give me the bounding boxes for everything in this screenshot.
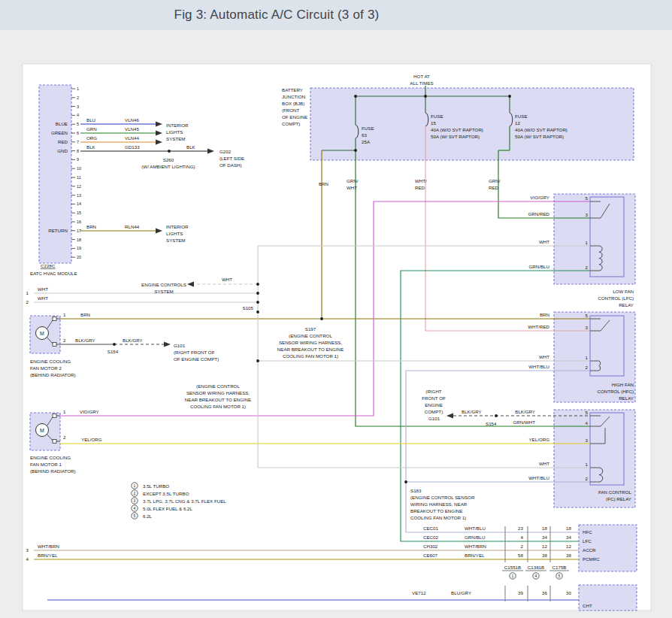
diagram-label: (BEHIND RADIATOR) xyxy=(30,372,76,377)
diagram-label: 1 xyxy=(63,312,66,317)
diagram-label: 18 xyxy=(566,526,571,531)
diagram-label: 58 xyxy=(518,553,523,558)
diagram-label: RELAY xyxy=(619,302,634,307)
diagram-label: S105 xyxy=(243,305,254,311)
pin-number: 5 xyxy=(77,122,79,126)
pin-number: 10 xyxy=(77,166,81,171)
splice-dot xyxy=(256,301,259,304)
fc-relay-inner xyxy=(590,413,624,485)
diagram-label: M xyxy=(40,331,44,336)
diagram-label: COOLING FAN MOTOR 1) xyxy=(410,515,466,520)
diagram-label: GREEN xyxy=(51,130,68,135)
diagram-label: VLN45 xyxy=(125,126,139,132)
diagram-label: 38 xyxy=(542,553,547,558)
pin-number: 19 xyxy=(77,246,81,250)
diagram-label: ORG xyxy=(86,135,97,141)
splice-dot xyxy=(320,317,323,320)
diagram-label: WHT xyxy=(539,461,549,466)
diagram-label: FUSE xyxy=(515,114,528,119)
pin-number: 17 xyxy=(77,229,81,233)
diagram-label: C228C xyxy=(41,263,56,268)
diagram-label: 3 xyxy=(26,547,29,553)
diagram-label: 2 xyxy=(26,299,29,304)
battery-junction-box xyxy=(310,88,634,160)
diagram-label: 50A (W/ SVT RAPTOR) xyxy=(515,134,564,139)
diagram-label: 12 xyxy=(515,120,520,126)
diagram-label: 25A xyxy=(362,139,371,144)
splice-dot xyxy=(256,359,259,362)
diagram-label: S183 xyxy=(410,488,422,493)
diagram-label: 3 xyxy=(586,438,589,443)
diagram-label: 1 xyxy=(586,462,589,467)
diagram-label: ENGINE COOLING xyxy=(30,359,71,364)
diagram-label: BATTERY xyxy=(282,87,303,92)
splice-dot xyxy=(256,311,259,314)
diagram-label: WHT xyxy=(222,277,232,282)
diagram-label: GRN/RED xyxy=(528,211,549,217)
diagram-label: BRN xyxy=(86,224,96,229)
motor1-terminal-1 xyxy=(53,414,56,418)
diagram-label: RED xyxy=(489,185,499,190)
diagram-label: 2 xyxy=(586,365,589,370)
note-circle-number: 5 xyxy=(134,513,136,518)
diagram-label: WHT/BRN xyxy=(38,544,59,549)
diagram-label: 38 xyxy=(566,553,571,558)
pin-number: 6 xyxy=(77,131,79,135)
diagram-label: WHT/BLU xyxy=(465,526,486,531)
diagram-label: 34 xyxy=(542,535,547,540)
pin-number: 8 xyxy=(77,149,79,153)
pin-number: 4 xyxy=(77,113,79,117)
diagram-label: 4 xyxy=(521,535,524,540)
diagram-label: COMPT) xyxy=(282,121,300,126)
splice-dot xyxy=(404,480,407,483)
diagram-label: BLK/GRY xyxy=(123,338,143,343)
diagram-label: GRN/BLU xyxy=(528,264,549,269)
diagram-label: GRN/BLU xyxy=(465,535,486,540)
diagram-label: GRN/WHT xyxy=(513,420,535,425)
diagram-label: VE712 xyxy=(412,590,426,595)
diagram-label: WHT/BRN xyxy=(465,544,486,549)
diagram-label: OF ENGINE COMPT) xyxy=(174,356,219,362)
splice-dot xyxy=(256,283,259,286)
diagram-label: G202 xyxy=(219,149,232,154)
diagram-label: ENGINE COOLING xyxy=(30,455,71,460)
diagram-label: (W/ AMBIENT LIGHTING) xyxy=(141,164,195,169)
pin-number: 11 xyxy=(77,175,81,180)
diagram-label: BLK/GRY xyxy=(515,409,535,414)
diagram-label: ALL TIMES xyxy=(410,80,433,86)
diagram-label: 2 xyxy=(586,265,589,270)
diagram-label: YEL/ORG xyxy=(528,437,549,442)
diagram-label: 23 xyxy=(518,526,523,531)
splice-dot xyxy=(113,343,116,346)
diagram-label: GRN/ xyxy=(489,178,501,183)
diagram-label: ACCR xyxy=(583,547,596,553)
diagram-label: WHT xyxy=(347,185,357,190)
diagram-label: FAN CONTROL xyxy=(598,489,632,495)
diagram-label: SENSOR WIRING HARNESS, xyxy=(279,340,343,345)
diagram-label: CH302 xyxy=(423,544,438,549)
diagram-label: 12 xyxy=(542,544,547,549)
diagram-label: GND xyxy=(57,148,68,153)
splice-dot xyxy=(354,149,357,152)
diagram-label: WHT/ xyxy=(415,178,427,183)
diagram-label: 1 xyxy=(63,409,66,414)
diagram-label: RED xyxy=(58,139,68,144)
note-circle-number: 5 xyxy=(558,574,561,578)
diagram-label: LFC xyxy=(583,538,592,544)
diagram-label: WIRING HARNESS, NEAR xyxy=(410,501,468,507)
screen: { "header": { "title": "Fig 3: Automatic… xyxy=(0,0,672,618)
diagram-label: 40A (W/O SVT RAPTOR) xyxy=(515,127,568,132)
diagram-label: 2 xyxy=(63,435,66,440)
diagram-label: COOLING FAN MOTOR 1) xyxy=(283,353,338,359)
diagram-label: S154 xyxy=(486,421,497,426)
diagram-label: OF DASH) xyxy=(219,162,242,168)
diagram-label: (FC) RELAY xyxy=(606,496,631,501)
note-circle-number: 3 xyxy=(134,498,136,503)
diagram-label: 5 xyxy=(586,410,589,415)
diagram-label: NEAR BREAKOUT TO ENGINE xyxy=(185,397,251,402)
diagram-label: (ENGINE CONTROL xyxy=(196,383,240,389)
diagram-label: C1381B xyxy=(528,565,544,570)
pin-number: 14 xyxy=(77,201,81,206)
diagram-label: 50A (W/ SVT RAPTOR) xyxy=(431,134,480,139)
diagram-label: LIGHTS xyxy=(166,231,183,236)
